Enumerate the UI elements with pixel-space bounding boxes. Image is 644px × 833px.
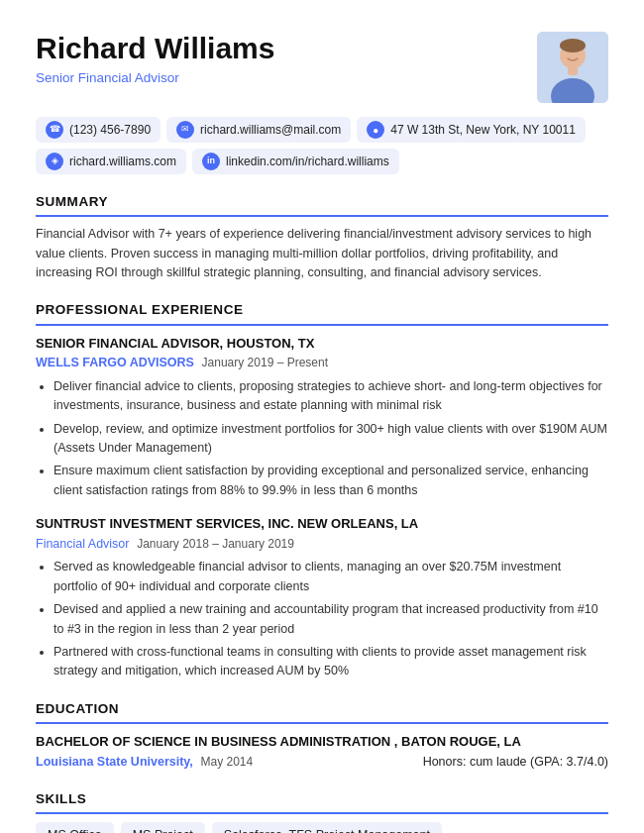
edu-degree: BACHELOR OF SCIENCE IN BUSINESS ADMINIST… (36, 732, 608, 752)
svg-rect-4 (568, 65, 578, 75)
job-2-role: Financial Advisor (36, 537, 130, 551)
skill-chip: MS Project (121, 822, 205, 833)
email-text: richard.williams@mail.com (200, 121, 341, 139)
linkedin-icon: in (202, 153, 220, 170)
linkedin-text: linkedin.com/in/richard.williams (226, 153, 389, 170)
skills-title: SKILLS (36, 789, 608, 814)
job-2-bullets: Served as knowledgeable financial adviso… (36, 558, 608, 680)
location-icon: ● (367, 121, 384, 139)
job-2-role-dates: January 2018 – January 2019 (137, 537, 294, 551)
resume-header: Richard Williams Senior Financial Adviso… (36, 32, 608, 103)
bullet-item: Partnered with cross-functional teams in… (54, 643, 608, 681)
edu-honors: Honors: cum laude (GPA: 3.7/4.0) (423, 753, 608, 772)
skills-row: MS Office MS Project Salesforce, TFS Pro… (36, 822, 608, 833)
edu-date: May 2014 (200, 755, 253, 769)
skill-chip: MS Office (36, 822, 114, 833)
header-left: Richard Williams Senior Financial Adviso… (36, 32, 274, 88)
svg-point-2 (560, 39, 586, 52)
job-2: SUNTRUST INVESTMENT SERVICES, INC. New O… (36, 514, 608, 681)
bullet-item: Deliver financial advice to clients, pro… (54, 377, 608, 416)
summary-section: SUMMARY Financial Advisor with 7+ years … (36, 192, 608, 282)
contact-row: ☎ (123) 456-7890 ✉ richard.williams@mail… (36, 117, 608, 174)
job-1-company-row: WELLS FARGO ADVISORS January 2019 – Pres… (36, 353, 608, 372)
contact-location: ● 47 W 13th St, New York, NY 10011 (357, 117, 586, 143)
phone-text: (123) 456-7890 (69, 121, 151, 139)
candidate-name: Richard Williams (36, 32, 274, 66)
web-icon: ◈ (46, 153, 63, 170)
contact-email: ✉ richard.williams@mail.com (166, 117, 351, 143)
edu-school-left: Louisiana State University, May 2014 (36, 752, 253, 772)
contact-linkedin: in linkedin.com/in/richard.williams (192, 149, 399, 174)
education-title: EDUCATION (36, 699, 608, 724)
email-icon: ✉ (176, 121, 194, 139)
skill-chip: Salesforce, TFS Project Management (212, 822, 442, 833)
contact-phone: ☎ (123) 456-7890 (36, 117, 161, 143)
location-text: 47 W 13th St, New York, NY 10011 (390, 121, 576, 139)
bullet-item: Served as knowledgeable financial adviso… (54, 558, 608, 596)
education-section: EDUCATION BACHELOR OF SCIENCE IN BUSINES… (36, 699, 608, 773)
candidate-title: Senior Financial Advisor (36, 68, 274, 88)
bullet-item: Devised and applied a new training and a… (54, 600, 608, 639)
edu-block: BACHELOR OF SCIENCE IN BUSINESS ADMINIST… (36, 732, 608, 772)
edu-school: Louisiana State University, (36, 755, 193, 769)
edu-school-row: Louisiana State University, May 2014 Hon… (36, 752, 608, 772)
bullet-item: Ensure maximum client satisfaction by pr… (54, 462, 608, 500)
experience-title: PROFESSIONAL EXPERIENCE (36, 300, 608, 325)
avatar (537, 32, 608, 103)
website-text: richard.williams.com (69, 153, 176, 170)
job-1-company: WELLS FARGO ADVISORS (36, 356, 194, 369)
job-1-bullets: Deliver financial advice to clients, pro… (36, 377, 608, 500)
contact-website: ◈ richard.williams.com (36, 149, 186, 174)
experience-section: PROFESSIONAL EXPERIENCE SENIOR FINANCIAL… (36, 300, 608, 680)
job-1: SENIOR FINANCIAL ADVISOR, Houston, TX WE… (36, 334, 608, 501)
job-2-position: SUNTRUST INVESTMENT SERVICES, INC. New O… (36, 514, 608, 534)
summary-text: Financial Advisor with 7+ years of exper… (36, 225, 608, 282)
summary-title: SUMMARY (36, 192, 608, 217)
job-1-position: SENIOR FINANCIAL ADVISOR, Houston, TX (36, 334, 608, 354)
bullet-item: Develop, review, and optimize investment… (54, 420, 608, 459)
skills-section: SKILLS MS Office MS Project Salesforce, … (36, 789, 608, 833)
job-1-dates: January 2019 – Present (202, 356, 328, 369)
phone-icon: ☎ (46, 121, 63, 139)
job-2-role-row: Financial Advisor January 2018 – January… (36, 534, 608, 554)
